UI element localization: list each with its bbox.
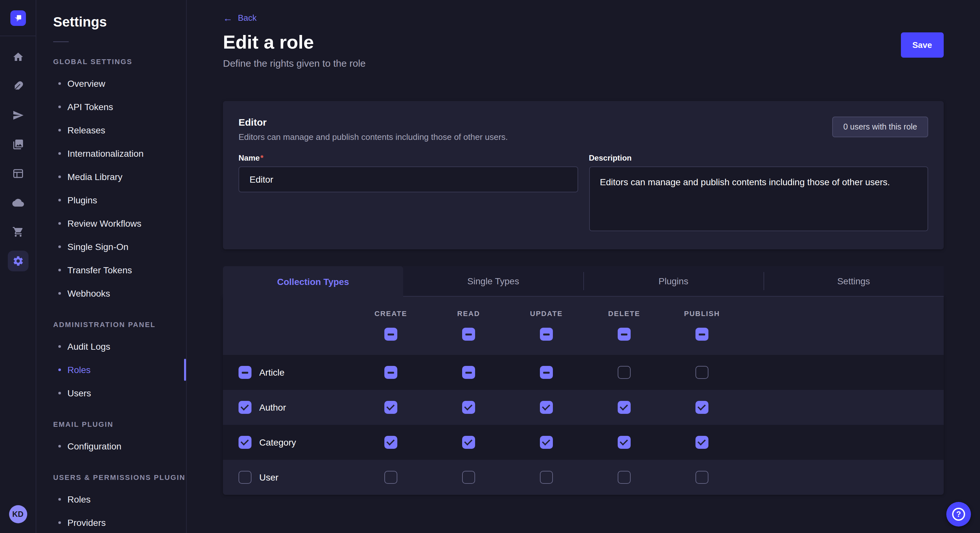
table-row-author: Author bbox=[223, 390, 944, 425]
nav-media-library[interactable] bbox=[8, 134, 28, 155]
article-create-checkbox[interactable] bbox=[384, 366, 397, 379]
category-read-checkbox[interactable] bbox=[462, 436, 475, 449]
bullet-icon bbox=[58, 222, 61, 225]
tab-settings[interactable]: Settings bbox=[764, 266, 944, 297]
sidebar-divider bbox=[53, 41, 69, 42]
bullet-icon bbox=[58, 246, 61, 248]
sidebar-item-configuration[interactable]: Configuration bbox=[36, 435, 186, 458]
settings-sidebar: Settings Global Settings Overview API To… bbox=[36, 0, 187, 533]
tab-collection-types[interactable]: Collection Types bbox=[223, 266, 403, 297]
name-field-group: Name* bbox=[239, 154, 578, 234]
logo-container bbox=[0, 0, 36, 36]
sidebar-item-label: Review Workflows bbox=[67, 218, 141, 228]
permissions-table-header: Create Read Update Delete Publish bbox=[223, 297, 944, 355]
sidebar-item-label: Transfer Tokens bbox=[67, 265, 132, 275]
nav-deploy[interactable] bbox=[8, 105, 28, 125]
bullet-icon bbox=[58, 152, 61, 155]
role-description-textarea[interactable]: Editors can manage and publish contents … bbox=[589, 167, 928, 231]
main-content: ← Back Edit a role Define the rights giv… bbox=[187, 0, 980, 533]
nav-marketplace[interactable] bbox=[8, 222, 28, 242]
author-publish-checkbox[interactable] bbox=[695, 401, 708, 414]
sidebar-item-api-tokens[interactable]: API Tokens bbox=[36, 95, 186, 119]
sidebar-item-label: Audit Logs bbox=[67, 341, 110, 352]
strapi-admin: KD Settings Global Settings Overview API… bbox=[0, 0, 980, 533]
category-publish-checkbox[interactable] bbox=[695, 436, 708, 449]
user-delete-checkbox[interactable] bbox=[618, 471, 631, 484]
author-update-checkbox[interactable] bbox=[540, 401, 553, 414]
user-read-checkbox[interactable] bbox=[462, 471, 475, 484]
select-all-create-checkbox[interactable] bbox=[384, 328, 397, 341]
bullet-icon bbox=[58, 82, 61, 85]
sidebar-item-label: Users bbox=[67, 388, 91, 398]
nav-cloud[interactable] bbox=[8, 192, 28, 213]
author-create-checkbox[interactable] bbox=[384, 401, 397, 414]
sidebar-item-releases[interactable]: Releases bbox=[36, 119, 186, 142]
nav-content-type-builder[interactable] bbox=[8, 76, 28, 97]
sidebar-item-transfer-tokens[interactable]: Transfer Tokens bbox=[36, 259, 186, 282]
sidebar-item-media-library[interactable]: Media Library bbox=[36, 165, 186, 189]
strapi-logo[interactable] bbox=[10, 10, 25, 25]
article-update-checkbox[interactable] bbox=[540, 366, 553, 379]
row-label: Author bbox=[259, 402, 286, 412]
tab-single-types[interactable]: Single Types bbox=[403, 266, 583, 297]
bullet-icon bbox=[58, 521, 61, 524]
category-delete-checkbox[interactable] bbox=[618, 436, 631, 449]
bullet-icon bbox=[58, 392, 61, 394]
strapi-logo-icon bbox=[13, 13, 23, 23]
cart-icon bbox=[12, 226, 24, 238]
sidebar-item-label: Webhooks bbox=[67, 288, 110, 298]
role-name-input[interactable] bbox=[239, 167, 578, 192]
select-all-delete-checkbox[interactable] bbox=[618, 328, 631, 341]
sidebar-item-label: Configuration bbox=[67, 441, 121, 451]
sidebar-item-up-providers[interactable]: Providers bbox=[36, 511, 186, 533]
tab-plugins[interactable]: Plugins bbox=[583, 266, 764, 297]
row-select-checkbox[interactable] bbox=[239, 401, 251, 414]
save-button[interactable]: Save bbox=[900, 32, 944, 58]
description-label: Description bbox=[589, 154, 928, 163]
sidebar-item-admin-roles[interactable]: Roles bbox=[36, 358, 186, 381]
table-row-article: Article bbox=[223, 355, 944, 390]
author-delete-checkbox[interactable] bbox=[618, 401, 631, 414]
user-create-checkbox[interactable] bbox=[384, 471, 397, 484]
sidebar-item-label: Roles bbox=[67, 494, 91, 504]
nav-settings[interactable] bbox=[8, 251, 28, 271]
section-global-settings: Global Settings bbox=[53, 58, 186, 65]
user-update-checkbox[interactable] bbox=[540, 471, 553, 484]
row-select-checkbox[interactable] bbox=[239, 366, 251, 379]
bullet-icon bbox=[58, 269, 61, 271]
nav-content-manager[interactable] bbox=[8, 163, 28, 184]
row-select-checkbox[interactable] bbox=[239, 471, 251, 484]
nav-home[interactable] bbox=[8, 47, 28, 67]
sidebar-item-label: Media Library bbox=[67, 171, 123, 182]
permissions-tabs: Collection Types Single Types Plugins Se… bbox=[223, 266, 944, 297]
sidebar-item-audit-logs[interactable]: Audit Logs bbox=[36, 335, 186, 358]
category-update-checkbox[interactable] bbox=[540, 436, 553, 449]
sidebar-item-review-workflows[interactable]: Review Workflows bbox=[36, 212, 186, 235]
help-button[interactable]: ? bbox=[946, 502, 971, 527]
article-read-checkbox[interactable] bbox=[462, 366, 475, 379]
sidebar-item-plugins[interactable]: Plugins bbox=[36, 189, 186, 212]
select-all-read-checkbox[interactable] bbox=[462, 328, 475, 341]
sidebar-item-overview[interactable]: Overview bbox=[36, 72, 186, 95]
row-select-checkbox[interactable] bbox=[239, 436, 251, 449]
user-publish-checkbox[interactable] bbox=[695, 471, 708, 484]
sidebar-item-admin-users[interactable]: Users bbox=[36, 381, 186, 405]
role-details-card: Editor Editors can manage and publish co… bbox=[223, 101, 944, 249]
select-all-update-checkbox[interactable] bbox=[540, 328, 553, 341]
user-avatar[interactable]: KD bbox=[9, 505, 27, 523]
select-all-publish-checkbox[interactable] bbox=[695, 328, 708, 341]
back-link[interactable]: ← Back bbox=[223, 13, 257, 23]
images-icon bbox=[12, 139, 24, 150]
name-label: Name* bbox=[239, 154, 578, 163]
author-read-checkbox[interactable] bbox=[462, 401, 475, 414]
category-create-checkbox[interactable] bbox=[384, 436, 397, 449]
sidebar-item-internationalization[interactable]: Internationalization bbox=[36, 142, 186, 165]
gear-icon bbox=[12, 255, 24, 267]
sidebar-item-up-roles[interactable]: Roles bbox=[36, 488, 186, 511]
users-with-role-button[interactable]: 0 users with this role bbox=[832, 117, 928, 137]
sidebar-item-webhooks[interactable]: Webhooks bbox=[36, 282, 186, 305]
sidebar-item-single-sign-on[interactable]: Single Sign-On bbox=[36, 235, 186, 259]
article-publish-checkbox[interactable] bbox=[695, 366, 708, 379]
article-delete-checkbox[interactable] bbox=[618, 366, 631, 379]
email-plugin-list: Configuration bbox=[36, 435, 186, 458]
